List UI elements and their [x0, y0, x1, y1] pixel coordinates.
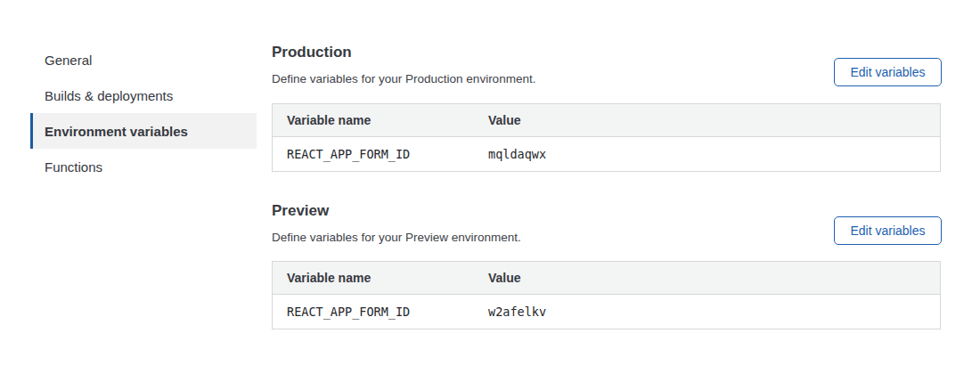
table-header-row: Variable name Value	[273, 262, 940, 295]
variable-value-cell: w2afelkv	[488, 305, 940, 319]
preview-section-title: Preview	[272, 202, 329, 220]
production-section-title: Production	[272, 44, 352, 61]
production-section-description: Define variables for your Production env…	[272, 72, 535, 85]
variable-value-cell: mqldaqwx	[488, 147, 940, 161]
column-header-value: Value	[488, 113, 940, 127]
sidebar-item-builds-deployments[interactable]: Builds & deployments	[30, 77, 257, 113]
column-header-variable-name: Variable name	[273, 113, 488, 127]
preview-section-description: Define variables for your Preview enviro…	[272, 231, 521, 244]
production-variables-table: Variable name Value REACT_APP_FORM_ID mq…	[272, 103, 941, 172]
preview-edit-variables-button[interactable]: Edit variables	[834, 216, 942, 245]
table-header-row: Variable name Value	[273, 104, 940, 137]
variable-name-cell: REACT_APP_FORM_ID	[273, 305, 488, 319]
settings-sidebar: General Builds & deployments Environment…	[30, 42, 257, 184]
sidebar-item-general[interactable]: General	[30, 42, 257, 77]
sidebar-item-functions[interactable]: Functions	[30, 149, 257, 184]
table-row: REACT_APP_FORM_ID mqldaqwx	[273, 137, 940, 171]
production-edit-variables-button[interactable]: Edit variables	[834, 58, 942, 86]
variable-name-cell: REACT_APP_FORM_ID	[273, 147, 488, 161]
sidebar-item-environment-variables[interactable]: Environment variables	[30, 113, 257, 149]
column-header-variable-name: Variable name	[273, 271, 488, 285]
preview-variables-table: Variable name Value REACT_APP_FORM_ID w2…	[272, 261, 941, 329]
column-header-value: Value	[488, 271, 940, 285]
table-row: REACT_APP_FORM_ID w2afelkv	[273, 295, 940, 329]
